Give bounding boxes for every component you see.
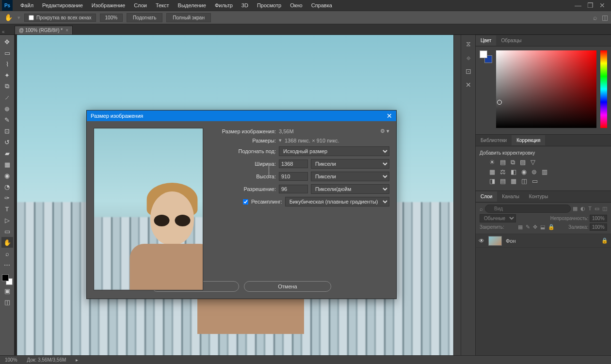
blend-mode-select[interactable]: Обычные: [480, 214, 516, 222]
menu-filter[interactable]: Фильтр: [211, 1, 237, 10]
shape-tool[interactable]: ▭: [1, 226, 13, 237]
resample-checkbox[interactable]: [243, 199, 248, 205]
width-unit-select[interactable]: Пиксели: [311, 159, 389, 169]
menu-image[interactable]: Изображение: [88, 1, 129, 10]
lock-art-icon[interactable]: ⬓: [540, 224, 545, 230]
height-unit-select[interactable]: Пиксели: [311, 172, 389, 181]
filter-img-icon[interactable]: ▦: [573, 206, 578, 212]
adj-lut-icon[interactable]: ▥: [542, 168, 547, 175]
dialog-titlebar[interactable]: Размер изображения ✕: [87, 111, 396, 121]
color-picker[interactable]: [496, 50, 596, 128]
layer-row[interactable]: 👁 Фон 🔒: [476, 234, 611, 248]
lock-all-icon[interactable]: 🔒: [548, 224, 555, 230]
tab-libraries[interactable]: Библиотеки: [476, 135, 512, 145]
menu-window[interactable]: Окно: [286, 1, 306, 10]
fullscreen-button[interactable]: Полный экран: [166, 13, 211, 22]
clone-panel-icon[interactable]: ⊡: [466, 67, 471, 75]
layer-search-input[interactable]: [485, 205, 571, 213]
eraser-tool[interactable]: ▰: [1, 148, 13, 158]
tab-swatches[interactable]: Образцы: [496, 35, 526, 46]
scroll-all-input[interactable]: [29, 15, 34, 20]
status-zoom[interactable]: 100%: [5, 357, 17, 363]
type-tool[interactable]: T: [1, 204, 13, 214]
minimize-icon[interactable]: —: [575, 1, 581, 9]
vertical-scrollbar[interactable]: [454, 35, 461, 357]
wand-tool[interactable]: ✦: [1, 70, 13, 80]
lock-icon[interactable]: 🔒: [601, 237, 608, 244]
menu-help[interactable]: Справка: [307, 1, 336, 10]
brush-tool[interactable]: ✎: [1, 114, 13, 125]
heal-tool[interactable]: ⊕: [1, 103, 13, 114]
dialog-close-icon[interactable]: ✕: [386, 112, 392, 120]
document-tab[interactable]: @ 100% (RGB/8#) * ×: [15, 26, 73, 34]
path-select-tool[interactable]: ▷: [1, 215, 13, 225]
resolution-input[interactable]: [279, 185, 308, 193]
fill-input[interactable]: [590, 223, 607, 231]
opacity-input[interactable]: [590, 215, 607, 222]
tab-paths[interactable]: Контуры: [524, 191, 553, 202]
menu-text[interactable]: Текст: [152, 1, 173, 10]
adj-bw-icon[interactable]: ◧: [511, 168, 516, 175]
adj-gradient-icon[interactable]: ◫: [521, 177, 527, 185]
filter-smart-icon[interactable]: ◫: [602, 206, 607, 212]
adj-select-icon[interactable]: ▭: [532, 177, 538, 185]
adj-levels-icon[interactable]: ▤: [500, 158, 506, 166]
menu-file[interactable]: Файл: [16, 1, 37, 10]
lock-brush-icon[interactable]: ✎: [526, 224, 530, 230]
tab-expand-icon[interactable]: «: [2, 29, 5, 34]
tab-correction[interactable]: Коррекция: [512, 135, 545, 145]
scroll-all-checkbox[interactable]: Прокрутка во всех окнах: [24, 14, 96, 22]
maximize-icon[interactable]: ❐: [587, 1, 594, 9]
zoom-field[interactable]: 100%: [100, 14, 123, 22]
link-icon[interactable]: ⎡⎣: [268, 162, 275, 181]
filter-adj-icon[interactable]: ◐: [580, 206, 585, 212]
eyedropper-tool[interactable]: ⟋: [1, 92, 13, 103]
tab-channels[interactable]: Каналы: [497, 191, 524, 202]
menu-view[interactable]: Просмотр: [253, 1, 285, 10]
dims-dropdown-icon[interactable]: ▾: [279, 137, 282, 143]
fg-bg-swatch[interactable]: [480, 50, 492, 63]
menu-select[interactable]: Выделение: [174, 1, 210, 10]
adj-balance-icon[interactable]: ⚖: [500, 168, 506, 175]
fit-button[interactable]: Подогнать: [127, 13, 162, 22]
adj-threshold-icon[interactable]: ▦: [511, 177, 516, 185]
visibility-icon[interactable]: 👁: [479, 237, 484, 244]
adj-brightness-icon[interactable]: ☀: [489, 158, 495, 166]
dodge-tool[interactable]: ◔: [1, 181, 13, 192]
crop-tool[interactable]: ⧉: [1, 81, 13, 92]
status-arrow-icon[interactable]: ▸: [76, 357, 78, 363]
tab-layers[interactable]: Слои: [476, 191, 497, 202]
zoom-tool[interactable]: ⌕: [1, 248, 13, 259]
tab-close-icon[interactable]: ×: [65, 28, 68, 33]
search-icon[interactable]: ⌕: [593, 14, 597, 21]
adj-exposure-icon[interactable]: ▨: [520, 158, 526, 166]
layer-thumbnail[interactable]: [488, 236, 502, 246]
adj-invert-icon[interactable]: ◨: [489, 177, 495, 185]
tab-color[interactable]: Цвет: [476, 35, 496, 46]
stamp-tool[interactable]: ⊡: [1, 126, 13, 136]
quickmask-tool[interactable]: ▣: [1, 285, 13, 296]
blur-tool[interactable]: ◉: [1, 170, 13, 181]
gear-icon[interactable]: ⚙ ▾: [380, 128, 389, 134]
resolution-unit-select[interactable]: Пиксели/дюйм: [311, 184, 389, 194]
hue-slider[interactable]: [600, 50, 607, 128]
filter-type-icon[interactable]: T: [588, 206, 592, 212]
hand-tool-icon[interactable]: ✋: [3, 12, 14, 23]
history-panel-icon[interactable]: ⧖: [466, 40, 471, 48]
adj-vibrance-icon[interactable]: ▽: [531, 158, 535, 166]
adj-hue-icon[interactable]: ▦: [489, 168, 495, 175]
adj-mixer-icon[interactable]: ⊚: [531, 168, 537, 175]
adj-curves-icon[interactable]: ⧉: [511, 158, 515, 166]
menu-layers[interactable]: Слои: [130, 1, 151, 10]
color-swatch[interactable]: [2, 274, 13, 285]
close-icon[interactable]: ✕: [599, 1, 605, 9]
adj-photo-icon[interactable]: ◉: [521, 168, 527, 175]
resample-select[interactable]: Бикубическая (плавные градиенты): [285, 197, 389, 206]
gradient-tool[interactable]: ▦: [1, 159, 13, 170]
width-input[interactable]: [279, 159, 308, 168]
search-filter-icon[interactable]: ⌕: [480, 206, 483, 212]
menu-3d[interactable]: 3D: [238, 1, 252, 10]
pen-tool[interactable]: ✑: [1, 192, 13, 203]
settings-panel-icon[interactable]: ✕: [466, 81, 471, 89]
workspace-icon[interactable]: ◫: [602, 14, 608, 21]
